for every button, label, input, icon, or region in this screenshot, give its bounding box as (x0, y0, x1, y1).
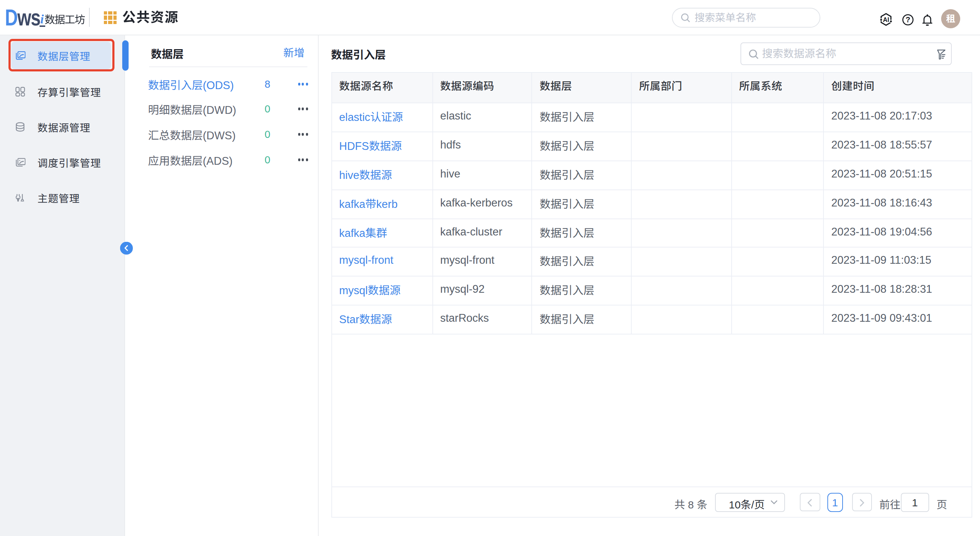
svg-text:AI: AI (883, 16, 889, 23)
svg-text:?: ? (905, 15, 910, 24)
